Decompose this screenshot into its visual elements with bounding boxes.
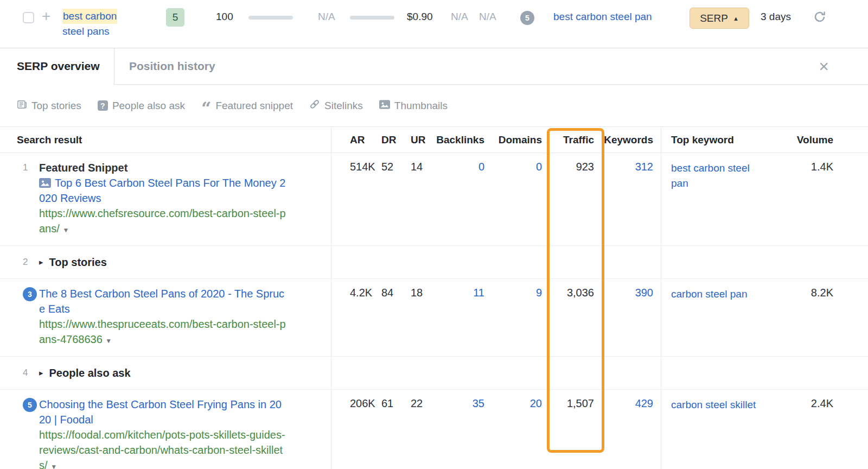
ar-value: 514K (331, 153, 375, 245)
cpc-value: $0.90 (407, 11, 433, 23)
kd-value: N/A (318, 11, 335, 23)
keywords-link[interactable]: 429 (602, 390, 661, 469)
link-icon (309, 99, 320, 112)
top-keyword-link[interactable]: best carbon steel pan (553, 11, 652, 23)
col-ur: UR (405, 127, 433, 153)
keyword-highlighted-text: best carbon (62, 9, 117, 24)
feature-label: Sitelinks (324, 100, 363, 112)
feature-label: Top stories (31, 100, 81, 112)
keyword-rest-text: steel pans (62, 24, 155, 39)
collapse-arrow-icon: ▲ (733, 15, 739, 22)
volume-bar (248, 16, 293, 20)
ur-value: 14 (405, 153, 433, 245)
col-ar: AR (331, 127, 375, 153)
feature-label: Thumbnails (394, 100, 448, 112)
question-icon: ? (98, 100, 108, 111)
expand-arrow-icon[interactable]: ▸ (39, 368, 43, 378)
volume-value: 8.2K (792, 279, 868, 356)
url-dropdown-icon[interactable]: ▼ (62, 226, 69, 234)
serp-features-count-badge: 5 (520, 11, 534, 25)
table-header: Search result AR DR UR Backlinks Domains… (0, 126, 868, 153)
news-icon (17, 99, 27, 112)
url-dropdown-icon[interactable]: ▼ (105, 337, 112, 345)
serp-features-legend: Top stories ? People also ask “ Featured… (0, 85, 868, 126)
na-value-2: N/A (479, 11, 496, 23)
keyword-link[interactable]: best carbon steel pans (62, 9, 155, 39)
result-title-link[interactable]: Top 6 Best Carbon Steel Pans For The Mon… (39, 175, 286, 206)
na-value-1: N/A (451, 11, 468, 23)
feature-label: Featured snippet (215, 100, 293, 112)
domains-link[interactable]: 20 (492, 390, 550, 469)
ur-value: 22 (405, 390, 433, 469)
serp-button-label: SERP (700, 12, 728, 24)
serp-overview-panel: SERP overview Position history × Top sto… (0, 48, 868, 469)
feature-people-also-ask: ? People also ask (98, 100, 185, 112)
row-number: 2 (23, 255, 39, 270)
serp-group-row-top-stories: 2 ▸ Top stories (0, 246, 868, 279)
position-circle-badge: 5 (23, 398, 37, 412)
group-label[interactable]: People also ask (49, 367, 131, 379)
backlinks-link[interactable]: 0 (433, 153, 492, 245)
kd-bar (350, 16, 394, 20)
image-icon (379, 100, 390, 112)
serp-result-row-3: 3 The 8 Best Carbon Steel Pans of 2020 -… (0, 279, 868, 357)
traffic-value: 923 (550, 153, 602, 245)
col-volume: Volume (792, 127, 868, 153)
ur-value: 18 (405, 279, 433, 356)
col-domains: Domains (492, 127, 550, 153)
row-number: 4 (23, 365, 39, 381)
position-circle-badge: 3 (23, 287, 37, 301)
domains-link[interactable]: 0 (492, 153, 550, 245)
close-icon[interactable]: × (819, 58, 829, 75)
group-label[interactable]: Top stories (49, 256, 107, 269)
domains-link[interactable]: 9 (492, 279, 550, 356)
result-url: https://foodal.com/kitchen/pots-pots-ski… (39, 427, 286, 469)
col-traffic: Traffic (550, 127, 602, 153)
col-dr: DR (375, 127, 405, 153)
refresh-icon[interactable] (813, 10, 826, 23)
feature-featured-snippet: “ Featured snippet (201, 100, 293, 112)
feature-top-stories: Top stories (17, 99, 81, 112)
col-top-keyword: Top keyword (661, 127, 792, 153)
col-keywords: Keywords (602, 127, 661, 153)
feature-label: People also ask (112, 100, 185, 112)
dr-value: 52 (375, 153, 405, 245)
result-url: https://www.thespruceeats.com/best-carbo… (39, 316, 286, 348)
panel-tab-bar: SERP overview Position history × (0, 48, 868, 85)
result-title-link[interactable]: Choosing the Best Carbon Steel Frying Pa… (39, 397, 286, 427)
tab-position-history[interactable]: Position history (114, 48, 215, 84)
keyword-row: + best carbon steel pans 5 100 N/A $0.90… (0, 0, 868, 48)
ar-value: 4.2K (331, 279, 375, 356)
keywords-link[interactable]: 312 (602, 153, 661, 245)
traffic-value: 1,507 (550, 390, 602, 469)
expand-arrow-icon[interactable]: ▸ (39, 257, 43, 267)
url-dropdown-icon[interactable]: ▼ (50, 463, 57, 469)
backlinks-link[interactable]: 35 (433, 390, 492, 469)
top-keyword-link[interactable]: best carbon steel pan (671, 161, 769, 191)
feature-sitelinks: Sitelinks (309, 99, 363, 112)
top-keyword-link[interactable]: carbon steel pan (671, 287, 748, 302)
add-icon[interactable]: + (42, 8, 50, 25)
tab-serp-overview[interactable]: SERP overview (0, 48, 114, 84)
updated-value: 3 days (761, 11, 791, 23)
col-backlinks: Backlinks (433, 127, 492, 153)
keywords-link[interactable]: 390 (602, 279, 661, 356)
serp-button[interactable]: SERP ▲ (690, 8, 749, 29)
featured-snippet-heading: Featured Snippet (39, 160, 286, 175)
serp-group-row-people-also-ask: 4 ▸ People also ask (0, 357, 868, 390)
serp-result-row-5: 5 Choosing the Best Carbon Steel Frying … (0, 390, 868, 469)
traffic-value: 3,036 (550, 279, 602, 356)
feature-thumbnails: Thumbnails (379, 100, 448, 112)
serp-result-row-1: 1 Featured Snippet Top 6 Best Carbon Ste… (0, 153, 868, 246)
volume-value: 2.4K (792, 390, 868, 469)
dr-value: 61 (375, 390, 405, 469)
top-keyword-link[interactable]: carbon steel skillet (671, 397, 756, 413)
thumbnail-icon (39, 178, 51, 188)
row-checkbox[interactable] (23, 12, 34, 23)
position-badge: 5 (166, 8, 184, 27)
row-number: 1 (23, 162, 28, 173)
serp-overview-screen: + best carbon steel pans 5 100 N/A $0.90… (0, 0, 868, 469)
backlinks-link[interactable]: 11 (433, 279, 492, 356)
ar-value: 206K (331, 390, 375, 469)
result-title-link[interactable]: The 8 Best Carbon Steel Pans of 2020 - T… (39, 286, 286, 316)
